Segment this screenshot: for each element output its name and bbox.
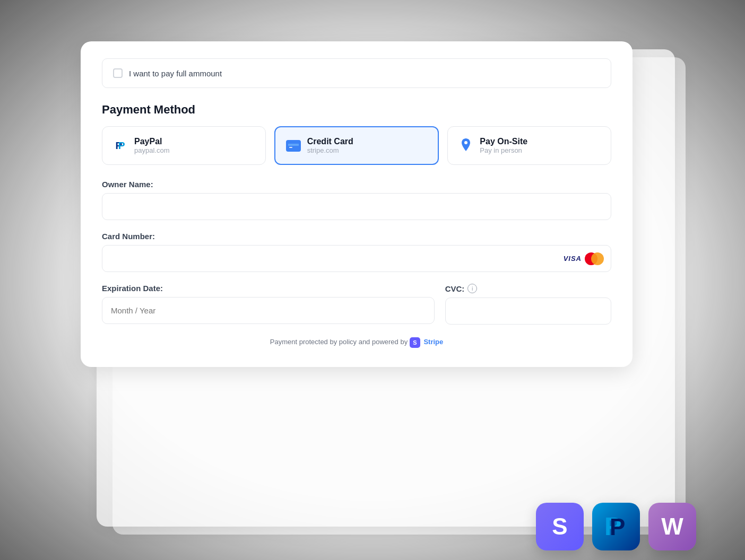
cvc-info-icon[interactable]: i [467, 284, 477, 293]
app-icon-woo: W [648, 503, 696, 550]
full-amount-label: I want to pay full ammount [129, 69, 222, 78]
mastercard-icon [585, 252, 604, 265]
owner-name-input[interactable] [102, 193, 611, 220]
app-icons: S P P W [536, 503, 696, 550]
card-number-input[interactable] [102, 245, 611, 272]
visa-icon: VISA [564, 255, 582, 262]
svg-text:P: P [118, 140, 125, 151]
paypal-option-sub: paypal.com [134, 146, 169, 154]
cvc-input[interactable] [445, 298, 611, 325]
expiry-group: Expiration Date: [102, 284, 435, 325]
onsite-option-sub: Pay in person [480, 146, 527, 154]
card-number-wrapper: VISA [102, 245, 611, 272]
location-icon [458, 138, 473, 153]
expiration-label: Expiration Date: [102, 284, 435, 293]
svg-text:P: P [610, 514, 625, 540]
cvc-group: CVC: i [445, 284, 611, 325]
protected-footer: Payment protected by policy and powered … [102, 337, 611, 348]
cvc-label-row: CVC: i [445, 284, 611, 293]
svg-point-6 [464, 141, 467, 144]
app-icon-paypal: P P [592, 503, 640, 550]
card-number-label: Card Number: [102, 232, 611, 241]
svg-rect-5 [289, 147, 292, 148]
cvc-label: CVC: [445, 284, 465, 293]
payment-method-title: Payment Method [102, 103, 611, 117]
app-icon-stripe: S [536, 503, 584, 550]
payment-option-onsite[interactable]: Pay On-Site Pay in person [447, 126, 611, 165]
credit-card-option-name: Credit Card [307, 137, 353, 146]
paypal-option-name: PayPal [134, 137, 169, 146]
payment-form-card: I want to pay full ammount Payment Metho… [81, 41, 633, 367]
expiry-cvc-row: Expiration Date: CVC: i [102, 284, 611, 325]
expiration-input[interactable] [102, 297, 435, 324]
card-brand-icons: VISA [564, 252, 604, 265]
credit-card-option-sub: stripe.com [307, 146, 353, 154]
full-amount-checkbox[interactable] [113, 68, 123, 78]
stripe-link[interactable]: Stripe [423, 338, 443, 346]
owner-name-label: Owner Name: [102, 180, 611, 189]
paypal-app-icon: P P [602, 513, 630, 540]
payment-option-credit-card[interactable]: Credit Card stripe.com [274, 126, 439, 165]
full-amount-row: I want to pay full ammount [102, 58, 611, 88]
payment-methods: P P PayPal paypal.com C [102, 126, 611, 165]
svg-rect-4 [288, 144, 299, 146]
paypal-icon: P P [113, 138, 128, 153]
payment-option-paypal[interactable]: P P PayPal paypal.com [102, 126, 266, 165]
stripe-s-icon: S [410, 337, 420, 348]
onsite-option-name: Pay On-Site [480, 137, 527, 146]
credit-card-icon [286, 140, 301, 152]
